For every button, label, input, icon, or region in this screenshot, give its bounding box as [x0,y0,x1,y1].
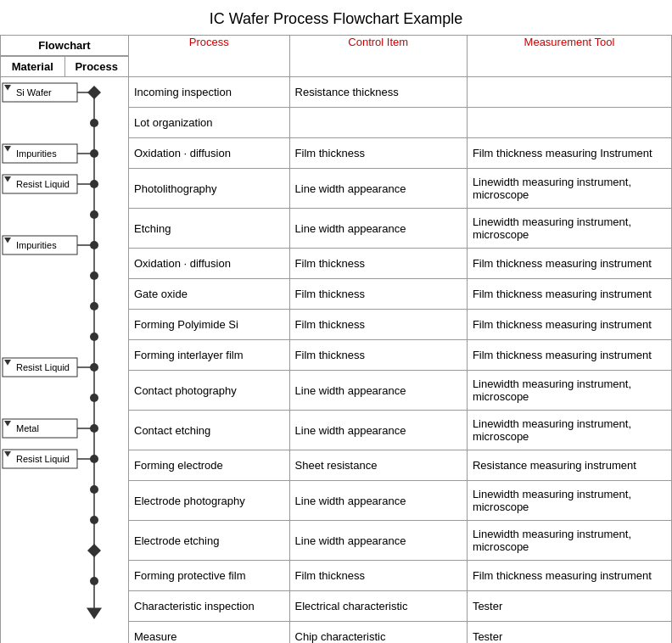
svg-text:Metal: Metal [16,423,39,433]
measurement-cell: Film thickness measuring instrument [467,340,671,371]
svg-text:Resist Liquid: Resist Liquid [16,454,70,464]
svg-point-42 [90,271,98,280]
measurement-cell: Tester [467,622,671,644]
measurement-cell: Film thickness measuring instrument [467,279,671,310]
svg-marker-36 [87,86,101,99]
process-cell: Etching [129,209,290,249]
svg-point-47 [90,424,98,433]
control-cell [289,108,467,138]
col-process-flow: Process [65,57,129,76]
main-table: Flowchart Material Process Process Contr… [0,35,672,643]
measurement-cell: Linewidth measuring instrument, microsco… [467,371,671,411]
process-cell: Forming protective film [129,561,290,591]
svg-point-50 [90,516,98,524]
measurement-cell: Film thickness measuring Instrument [467,138,671,169]
process-cell: Lot organization [129,108,290,138]
svg-point-48 [90,455,98,463]
svg-point-40 [90,210,98,219]
control-cell: Line width appearance [289,521,467,561]
process-column-header: Process [129,36,290,77]
svg-point-41 [90,241,98,249]
svg-marker-53 [87,608,102,620]
measurement-cell: Linewidth measuring instrument, microsco… [467,481,671,521]
measurement-cell: Linewidth measuring instrument, microsco… [467,411,671,450]
control-cell: Line width appearance [289,371,467,411]
flowchart-row: Si WaferImpuritiesResist LiquidImpuritie… [1,77,672,108]
process-cell: Oxidation · diffusion [129,138,290,169]
svg-point-52 [90,577,98,585]
svg-point-49 [90,485,98,494]
svg-text:Resist Liquid: Resist Liquid [16,179,70,189]
svg-point-39 [90,180,98,188]
measurement-cell: Linewidth measuring instrument, microsco… [467,209,671,249]
svg-text:Resist Liquid: Resist Liquid [16,362,70,372]
svg-marker-51 [87,544,101,557]
measurement-cell: Film thickness measuring instrument [467,561,671,591]
process-cell: Contact photography [129,371,290,411]
flowchart-header: Flowchart [1,36,128,56]
control-cell: Film thickness [289,138,467,169]
process-cell: Forming interlayer film [129,340,290,371]
control-cell: Film thickness [289,310,467,340]
measurement-cell [467,77,671,108]
measurement-column-header: Measurement Tool [467,36,671,77]
process-cell: Contact etching [129,411,290,450]
process-cell: Incoming inspection [129,77,290,108]
control-cell: Film thickness [289,561,467,591]
process-cell: Forming electrode [129,450,290,481]
control-cell: Line width appearance [289,411,467,450]
control-cell: Sheet resistance [289,450,467,481]
measurement-cell: Film thickness measuring instrument [467,310,671,340]
page-title: IC Wafer Process Flowchart Example [0,0,672,35]
svg-point-46 [90,394,98,402]
measurement-cell [467,108,671,138]
svg-text:Si Wafer: Si Wafer [16,87,52,98]
measurement-cell: Film thickness measuring instrument [467,249,671,279]
svg-rect-27 [3,419,77,438]
control-cell: Resistance thickness [289,77,467,108]
process-cell: Electrode photography [129,481,290,521]
control-column-header: Control Item [289,36,467,77]
process-cell: Electrode etching [129,521,290,561]
svg-point-43 [90,302,98,310]
process-cell: Characteristic inspection [129,591,290,622]
control-cell: Line width appearance [289,169,467,209]
svg-text:Impurities: Impurities [16,148,57,159]
control-cell: Line width appearance [289,481,467,521]
measurement-cell: Tester [467,591,671,622]
measurement-cell: Resistance measuring instrument [467,450,671,481]
col-material: Material [1,57,65,76]
measurement-cell: Linewidth measuring instrument, microsco… [467,521,671,561]
process-cell: Forming Polyimide Si [129,310,290,340]
control-cell: Film thickness [289,340,467,371]
svg-point-44 [90,333,98,341]
process-cell: Photolithography [129,169,290,209]
measurement-cell: Linewidth measuring instrument, microsco… [467,169,671,209]
process-cell: Measure [129,622,290,644]
process-cell: Oxidation · diffusion [129,249,290,279]
control-cell: Chip characteristic [289,622,467,644]
control-cell: Film thickness [289,279,467,310]
control-cell: Line width appearance [289,209,467,249]
svg-point-38 [90,149,98,158]
control-cell: Film thickness [289,249,467,279]
svg-point-45 [90,363,98,372]
process-cell: Gate oxide [129,279,290,310]
control-cell: Electrical characteristic [289,591,467,622]
svg-point-37 [90,119,98,127]
svg-text:Impurities: Impurities [16,240,57,250]
